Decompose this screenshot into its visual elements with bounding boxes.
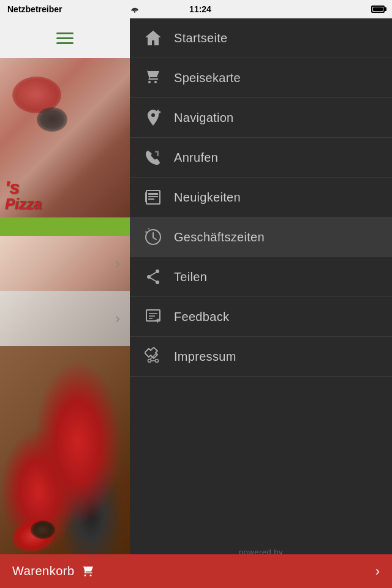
menu-item-feedback[interactable]: Feedback — [130, 297, 392, 337]
menu-item-anrufen[interactable]: Anrufen — [130, 138, 392, 178]
menu-item-navigation[interactable]: Navigation — [130, 98, 392, 138]
food-images-section: 's Pizza › › — [0, 58, 130, 588]
menu-label-impressum: Impressum — [174, 350, 236, 364]
hamburger-menu-button[interactable] — [56, 32, 74, 44]
menu-item-neuigkeiten[interactable]: Neuigkeiten — [130, 178, 392, 217]
cart-label: Warenkorb — [12, 564, 96, 578]
cart-icon-bottom — [81, 565, 96, 578]
green-divider — [0, 217, 130, 236]
phone-icon — [142, 146, 164, 168]
hamburger-header[interactable] — [0, 18, 130, 58]
food-image-top: 's Pizza — [0, 58, 130, 217]
menu-label-speisekarte: Speisekarte — [174, 71, 241, 85]
map-icon — [142, 107, 164, 129]
menu-item-geschaeftszeiten[interactable]: Geschäftszeiten — [130, 217, 392, 257]
food-image-middle-1[interactable]: › — [0, 236, 130, 291]
newspaper-icon — [142, 186, 164, 208]
food-bg-4 — [0, 346, 130, 588]
svg-line-10 — [150, 273, 156, 276]
menu-label-navigation: Navigation — [174, 111, 234, 125]
food-bg-3 — [0, 291, 130, 346]
food-image-bottom — [0, 346, 130, 588]
home-icon — [142, 27, 164, 49]
hamburger-line-2 — [56, 37, 74, 39]
menu-items-list: Startseite Speisekarte — [130, 18, 392, 533]
hamburger-line-1 — [56, 32, 74, 34]
handshake-icon — [142, 345, 164, 368]
menu-label-neuigkeiten: Neuigkeiten — [174, 190, 241, 205]
menu-item-startseite[interactable]: Startseite — [130, 18, 392, 58]
time-display: 11:24 — [139, 4, 262, 14]
cart-icon — [142, 67, 164, 89]
cart-chevron: › — [375, 564, 380, 579]
menu-label-feedback: Feedback — [174, 310, 229, 324]
right-panel: Startseite Speisekarte — [130, 18, 392, 588]
battery-fill — [373, 7, 383, 11]
menu-label-anrufen: Anrufen — [174, 151, 218, 165]
chevron-right-2: › — [115, 310, 120, 327]
left-panel: 's Pizza › › — [0, 18, 130, 588]
svg-rect-2 — [148, 193, 158, 195]
feedback-icon — [142, 306, 164, 328]
svg-line-11 — [150, 278, 156, 282]
menu-label-teilen: Teilen — [174, 270, 207, 284]
svg-rect-3 — [148, 196, 158, 197]
cart-bar[interactable]: Warenkorb › — [0, 554, 392, 588]
pizza-logo: 's Pizza — [5, 178, 42, 211]
menu-item-impressum[interactable]: Impressum — [130, 337, 392, 377]
hamburger-line-3 — [56, 42, 74, 44]
food-bg-2 — [0, 236, 130, 291]
menu-label-geschaeftszeiten: Geschäftszeiten — [174, 230, 265, 244]
wifi-icon — [130, 6, 139, 13]
svg-rect-4 — [148, 198, 154, 200]
main-layout: 's Pizza › › — [0, 18, 392, 588]
svg-rect-5 — [145, 192, 147, 202]
clock-icon — [142, 226, 164, 248]
status-bar: Netzbetreiber 11:24 — [0, 0, 392, 18]
battery-indicator — [262, 6, 385, 13]
svg-point-16 — [148, 360, 151, 363]
menu-item-teilen[interactable]: Teilen — [130, 257, 392, 297]
svg-point-17 — [156, 360, 159, 363]
share-icon — [142, 266, 164, 288]
menu-item-speisekarte[interactable]: Speisekarte — [130, 58, 392, 98]
food-image-middle-2[interactable]: › — [0, 291, 130, 346]
menu-label-startseite: Startseite — [174, 31, 227, 45]
chevron-right-1: › — [115, 255, 120, 272]
battery-box — [371, 6, 385, 13]
carrier-text: Netzbetreiber — [7, 4, 130, 14]
